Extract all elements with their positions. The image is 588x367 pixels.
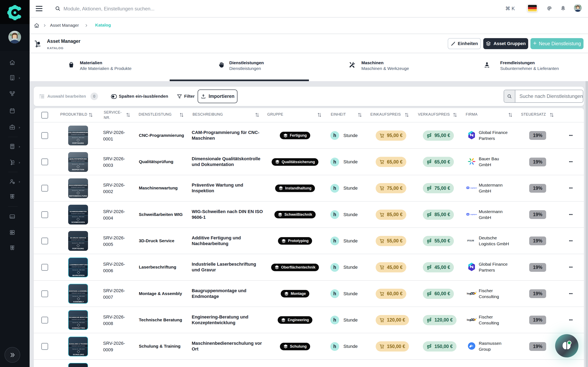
svg-text:log: log (467, 318, 471, 321)
svg-text:Logoipsum: Logoipsum (470, 214, 477, 215)
svg-text:IPSUM: IPSUM (467, 240, 474, 242)
svg-text:log: log (467, 292, 471, 295)
svg-text:Logoipsum: Logoipsum (470, 187, 477, 189)
